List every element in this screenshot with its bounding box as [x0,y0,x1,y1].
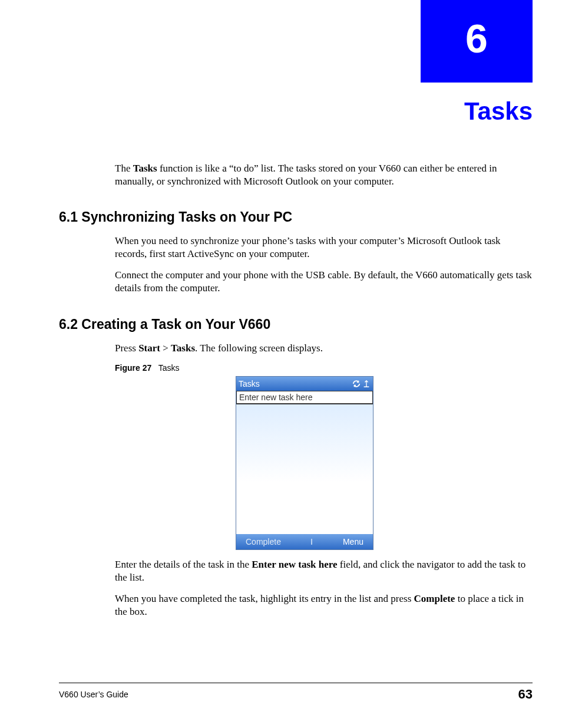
phone-title-text: Tasks [239,379,260,388]
chapter-title: Tasks [464,97,533,126]
sync-icon [352,380,361,388]
section-6-2-para-1: Press Start > Tasks. The following scree… [115,342,533,355]
section-6-2-para-3: When you have completed the task, highli… [115,592,533,618]
section-6-1-heading: 6.1 Synchronizing Tasks on Your PC [59,209,533,225]
phone-new-task-input: Enter new task here [236,391,373,404]
s62-gt: > [160,342,171,354]
phone-softkey-left: Complete [246,537,281,546]
figure-caption: Figure 27 Tasks [115,363,533,373]
s62-bold-start: Start [138,342,160,354]
s62-text-a: Press [115,342,138,354]
intro-text: function is like a “to do” list. The tas… [115,163,497,187]
phone-softkey-right: Menu [343,537,363,546]
section-6-1-para-1: When you need to synchronize your phone’… [115,235,533,261]
phone-task-list-area [236,404,373,534]
phone-screen: Tasks Enter new task here Complete Menu [236,376,373,550]
section-6-2-heading: 6.2 Creating a Task on Your V660 [59,317,533,332]
footer-page-number: 63 [518,687,533,702]
s62-text-c: . The following screen displays. [195,342,323,354]
intro-bold-1: Tasks [133,163,157,174]
section-6-1-para-2: Connect the computer and your phone with… [115,269,533,295]
phone-status-icons [352,380,371,388]
intro-paragraph: The Tasks function is like a “to do” lis… [115,162,533,188]
figure-title-text: Tasks [158,363,180,373]
page-footer: V660 User’s Guide 63 [59,683,533,702]
s62-bold-tasks: Tasks [171,342,195,354]
s62p2-a: Enter the details of the task in the [115,559,252,570]
s62p3-a: When you have completed the task, highli… [115,593,414,604]
footer-guide-title: V660 User’s Guide [59,690,128,699]
section-6-2-para-2: Enter the details of the task in the Ent… [115,558,533,584]
phone-softkey-divider [311,539,312,545]
signal-icon [362,380,371,388]
phone-titlebar: Tasks [236,377,373,391]
page-content: The Tasks function is like a “to do” lis… [59,162,533,627]
figure-27-screenshot: Tasks Enter new task here Complete Menu [236,376,533,550]
figure-label-bold: Figure 27 [115,363,151,373]
chapter-number-box: 6 [421,0,533,83]
phone-softkey-bar: Complete Menu [236,534,373,549]
s62p3-bold: Complete [414,593,455,604]
chapter-number: 6 [465,16,488,61]
s62p2-bold: Enter new task here [252,559,337,570]
